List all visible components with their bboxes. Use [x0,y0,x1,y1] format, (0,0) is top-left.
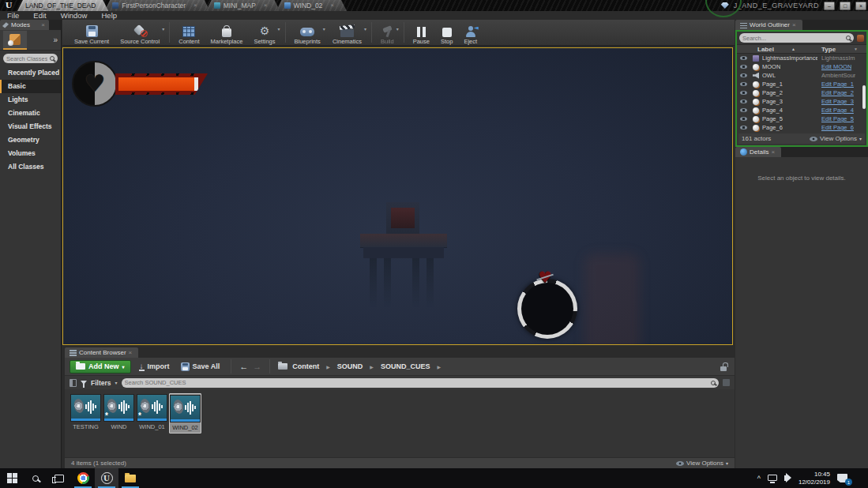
tab-land-of-the-dead[interactable]: LAND_OF_THE_DEAD [17,0,108,11]
asset-search-input[interactable] [125,379,708,386]
visibility-eye-icon[interactable] [740,108,747,112]
asset-tile-wind-01[interactable]: * WIND_01 [136,393,168,432]
import-button[interactable]: ↓ Import [136,362,173,371]
outliner-row-moon[interactable]: MOON Edit MOON [737,62,866,71]
outliner-row-owl[interactable]: OWL AmbientSour [737,71,866,80]
mode-item-recently-placed[interactable]: Recently Placed [0,66,61,80]
menu-file[interactable]: File [0,11,26,20]
chevron-down-icon[interactable]: ▾ [115,380,118,385]
chevron-down-icon[interactable]: ▾ [323,26,325,32]
outliner-view-options-button[interactable]: View Options ▾ [810,135,862,142]
chevron-expand-icon[interactable]: » [53,36,58,44]
save-all-button[interactable]: Save All [178,362,224,371]
edit-link[interactable]: Edit Page_3 [821,98,854,105]
close-icon[interactable]: × [41,21,47,28]
modes-tab[interactable]: Modes × [0,20,49,30]
mode-item-all-classes[interactable]: All Classes [0,160,61,174]
mode-item-geometry[interactable]: Geometry [0,133,61,147]
taskbar-explorer[interactable] [118,468,142,488]
visibility-eye-icon[interactable] [740,65,747,69]
close-button[interactable]: × [855,2,866,10]
close-icon[interactable]: × [264,0,268,11]
chevron-down-icon[interactable]: ▾ [162,26,164,32]
chevron-down-icon[interactable]: ▾ [277,26,280,32]
close-icon[interactable]: × [330,0,334,11]
search-classes-input[interactable] [6,55,47,62]
menu-help[interactable]: Help [94,11,124,20]
filters-button[interactable]: Filters [91,379,111,387]
tab-wind-02[interactable]: WIND_02 × [276,0,348,11]
cinematics-button[interactable]: Cinematics [327,21,367,45]
menu-edit[interactable]: Edit [26,11,53,20]
asset-tile-wind[interactable]: * WIND [103,393,135,432]
taskbar-clock[interactable]: 10:45 12/02/2019 [798,471,830,486]
settings-button[interactable]: ⚙ Settings [248,21,280,45]
breadcrumb-sound[interactable]: SOUND [337,362,363,370]
column-type[interactable]: Type [821,46,836,53]
asset-tile-wind-02[interactable]: WIND_02 [169,393,201,434]
outliner-row-page-3[interactable]: Page_3 Edit Page_3 [737,97,866,106]
marketplace-button[interactable]: Marketplace [205,21,249,45]
close-icon[interactable]: × [771,148,776,156]
breadcrumb-sound-cues[interactable]: SOUND_CUES [381,362,430,370]
mode-item-visual-effects[interactable]: Visual Effects [0,120,61,133]
edit-link[interactable]: Edit Page_5 [821,115,854,122]
pause-button[interactable]: Pause [408,21,435,45]
taskbar-chrome[interactable] [71,468,95,488]
content-button[interactable]: Content [173,21,205,45]
save-current-button[interactable]: Save Current [69,21,115,45]
visibility-eye-icon[interactable] [740,56,747,60]
mode-item-cinematic[interactable]: Cinematic [0,107,61,120]
view-options-button[interactable]: View Options ▾ [676,460,728,467]
volume-icon[interactable] [784,475,787,481]
edit-link[interactable]: Edit Page_6 [821,124,854,131]
eject-button[interactable]: Eject [458,21,483,45]
visibility-eye-icon[interactable] [740,82,747,86]
marketplace-gem-icon[interactable] [721,2,729,9]
outliner-row-page-1[interactable]: Page_1 Edit Page_1 [737,80,866,88]
mode-item-lights[interactable]: Lights [0,93,61,107]
outliner-search-input[interactable] [742,35,844,42]
tray-chevron-icon[interactable]: ^ [757,475,761,482]
chevron-down-icon[interactable]: ▾ [364,26,366,32]
outliner-scrollbar[interactable] [862,85,866,109]
close-icon[interactable]: × [792,21,798,28]
start-button[interactable] [0,468,24,488]
world-outliner-tab[interactable]: World Outliner × [735,20,802,30]
tab-mini-map[interactable]: MINI_MAP × [206,0,280,11]
blueprints-button[interactable]: Blueprints [289,21,326,45]
details-tab[interactable]: Details × [735,147,781,157]
outliner-row-page-6[interactable]: Page_6 Edit Page_6 [737,123,866,132]
minimize-button[interactable]: – [824,2,835,10]
source-control-button[interactable]: Source Control [115,21,165,45]
menu-window[interactable]: Window [54,11,95,20]
taskbar-search-button[interactable] [24,468,47,488]
build-button[interactable]: Build [375,21,400,45]
edit-link[interactable]: Edit Page_4 [821,107,854,114]
maximize-button[interactable]: □ [840,2,851,10]
outliner-row-page-4[interactable]: Page_4 Edit Page_4 [737,106,866,114]
close-icon[interactable]: × [194,0,197,11]
column-label[interactable]: Label [757,46,774,53]
network-icon[interactable] [768,475,777,481]
edit-link[interactable]: Edit Page_2 [821,89,854,96]
mode-item-basic[interactable]: Basic [0,80,61,93]
place-mode-button[interactable] [3,31,27,50]
tab-firstpersoncharacter[interactable]: FirstPersonCharacter × [104,0,209,11]
outliner-row-lightmass[interactable]: LightmassImportanceV LightmassIm [737,54,866,62]
stop-button[interactable]: Stop [435,21,458,45]
mode-item-volumes[interactable]: Volumes [0,147,61,160]
game-viewport[interactable]: ♥ ♥ [62,47,733,345]
outliner-row-page-5[interactable]: Page_5 Edit Page_5 [737,114,866,123]
edit-link[interactable]: Edit MOON [821,63,851,70]
close-icon[interactable]: × [129,349,134,356]
edit-link[interactable]: Edit Page_1 [821,81,854,88]
sources-panel-icon[interactable] [70,379,77,387]
taskbar-unreal[interactable]: U [95,468,118,488]
lock-icon[interactable] [720,366,727,371]
save-search-icon[interactable] [723,379,730,386]
visibility-eye-icon[interactable] [740,91,747,95]
visibility-eye-icon[interactable] [740,126,747,130]
visibility-eye-icon[interactable] [740,73,747,77]
outliner-row-page-2[interactable]: Page_2 Edit Page_2 [737,88,866,97]
